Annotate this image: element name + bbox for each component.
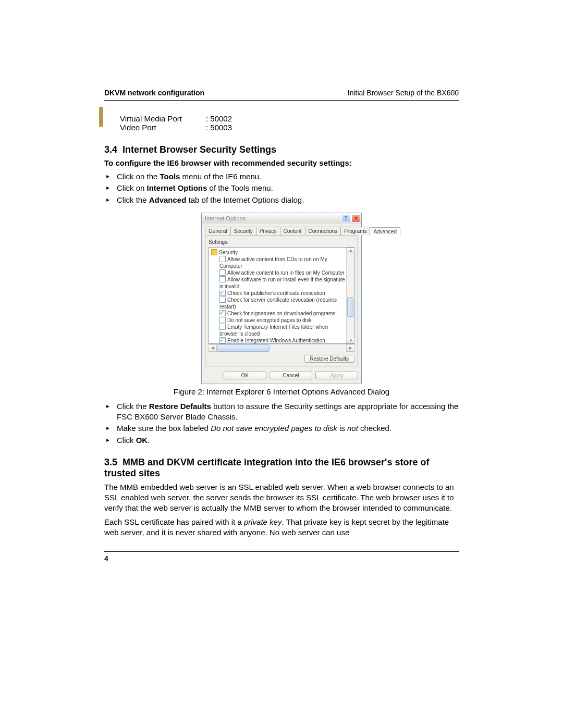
header-right: Initial Browser Setup of the BX600 [348, 89, 459, 97]
setting-item[interactable]: Allow active content from CDs to run on … [219, 256, 345, 269]
tab-content[interactable]: Content [280, 227, 305, 236]
section-number: 3.4 [104, 144, 117, 155]
checkbox[interactable] [219, 337, 226, 343]
setting-item[interactable]: Do not save encrypted pages to disk [219, 317, 345, 324]
lock-icon [211, 249, 217, 255]
checkbox[interactable] [219, 290, 226, 296]
section-heading-35: 3.5 MMB and DKVM certificate integration… [104, 457, 459, 479]
port-label: Virtual Media Port [120, 114, 206, 123]
close-icon[interactable]: ✕ [351, 214, 360, 223]
setting-label: Allow active content from CDs to run on … [219, 256, 327, 269]
bullet-item: Click the Advanced tab of the Internet O… [104, 195, 459, 205]
scroll-thumb[interactable] [217, 344, 270, 352]
vertical-scrollbar[interactable]: ▲ ▼ [346, 248, 354, 343]
setting-label: Empty Temporary Internet Files folder wh… [219, 324, 328, 337]
settings-label: Settings: [209, 239, 354, 245]
body-text: Each SSL certificate has paired with it … [104, 517, 459, 538]
side-strip [99, 107, 103, 127]
bullet-list: Click the Restore Defaults button to ass… [104, 401, 459, 446]
section-heading-34: 3.4 Internet Browser Security Settings [104, 144, 459, 155]
checkbox[interactable] [219, 256, 226, 262]
bullet-item: Click the Restore Defaults button to ass… [104, 401, 459, 423]
setting-item[interactable]: Empty Temporary Internet Files folder wh… [219, 324, 345, 337]
ok-button[interactable]: OK [224, 372, 266, 379]
tab-connections[interactable]: Connections [305, 227, 341, 236]
checkbox[interactable] [219, 297, 226, 303]
body-text: The MMB embedded web server is an SSL en… [104, 482, 459, 514]
tab-body: Settings: SecurityAllow active content f… [205, 236, 358, 366]
checkbox[interactable] [219, 276, 226, 282]
port-block: Virtual Media Port 50002 Video Port 5000… [120, 114, 459, 132]
setting-item[interactable]: Check for server certificate revocation … [219, 297, 345, 310]
port-label: Video Port [120, 123, 206, 132]
port-value: 50003 [206, 123, 232, 132]
tab-privacy[interactable]: Privacy [256, 227, 280, 236]
bullet-item: Click OK. [104, 435, 459, 446]
section-title: MMB and DKVM certificate integration int… [104, 457, 429, 478]
bullet-item: Click on the Tools menu of the IE6 menu. [104, 171, 459, 182]
setting-label: Allow active content to run in files on … [227, 270, 345, 276]
setting-item[interactable]: Allow active content to run in files on … [219, 269, 345, 276]
scroll-left-icon[interactable]: ◀ [209, 344, 217, 352]
tab-security[interactable]: Security [230, 227, 256, 236]
scroll-up-icon[interactable]: ▲ [347, 248, 355, 253]
setting-item[interactable]: Check for publisher's certificate revoca… [219, 290, 345, 297]
setting-item[interactable]: Check for signatures on downloaded progr… [219, 310, 345, 317]
cancel-button[interactable]: Cancel [270, 372, 312, 379]
restore-defaults-button[interactable]: Restore Defaults [304, 355, 354, 363]
subheading: To configure the IE6 browser with recomm… [104, 158, 459, 167]
internet-options-dialog: Internet Options ? ✕ General Security Pr… [201, 213, 362, 384]
bullet-item: Click on Internet Options of the Tools m… [104, 183, 459, 193]
checkbox[interactable] [219, 317, 226, 323]
tab-programs[interactable]: Programs [340, 227, 370, 236]
header-left: DKVM network configuration [104, 89, 204, 97]
setting-label: Check for publisher's certificate revoca… [227, 290, 325, 296]
setting-label: Enable Integrated Windows Authentication… [219, 338, 325, 343]
help-icon[interactable]: ? [341, 214, 350, 223]
setting-item[interactable]: Enable Integrated Windows Authentication… [219, 337, 345, 343]
setting-label: Check for server certificate revocation … [219, 297, 337, 310]
tab-advanced[interactable]: Advanced [370, 227, 400, 236]
section-title: Internet Browser Security Settings [123, 144, 276, 155]
scroll-down-icon[interactable]: ▼ [347, 338, 355, 343]
settings-tree[interactable]: SecurityAllow active content from CDs to… [209, 247, 354, 344]
setting-label: Allow software to run or install even if… [219, 277, 345, 289]
checkbox[interactable] [219, 310, 226, 316]
checkbox[interactable] [219, 269, 226, 276]
setting-label: Do not save encrypted pages to disk [227, 317, 312, 323]
bullet-item: Make sure the box labeled Do not save en… [104, 423, 459, 434]
horizontal-scrollbar[interactable]: ◀ ▶ [209, 344, 354, 352]
scroll-thumb[interactable] [347, 297, 353, 317]
port-value: 50002 [206, 114, 232, 123]
page-number: 4 [104, 554, 108, 563]
dialog-title: Internet Options [205, 215, 246, 221]
scroll-right-icon[interactable]: ▶ [346, 344, 354, 352]
figure-caption: Figure 2: Internet Explorer 6 Internet O… [104, 387, 459, 396]
setting-label: Check for signatures on downloaded progr… [227, 311, 335, 316]
checkbox[interactable] [219, 324, 226, 330]
apply-button[interactable]: Apply [315, 372, 358, 379]
tab-row: General Security Privacy Content Connect… [202, 224, 361, 236]
bullet-list: Click on the Tools menu of the IE6 menu.… [104, 171, 459, 205]
security-category: Security [211, 249, 345, 256]
dialog-titlebar[interactable]: Internet Options ? ✕ [202, 213, 361, 224]
setting-item[interactable]: Allow software to run or install even if… [219, 276, 345, 290]
section-number: 3.5 [104, 457, 117, 467]
tab-general[interactable]: General [205, 227, 231, 236]
